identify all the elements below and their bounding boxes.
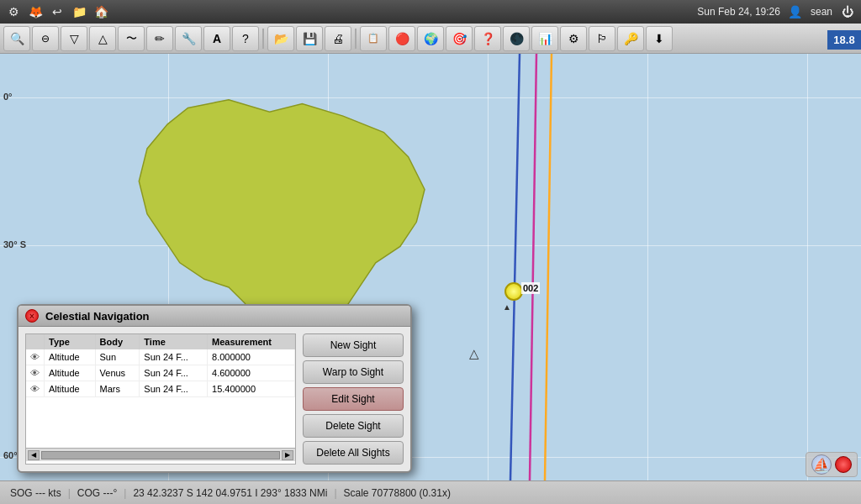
time-1: Sun 24 F... [140,349,208,365]
datetime-label: Sun Feb 24, 19:26 [697,6,780,18]
toolbar-sep-2 [355,29,357,49]
body-2: Venus [95,365,140,381]
col-type [26,334,45,349]
bottom-right-controls: ⛵ [806,452,858,477]
scale-badge: 18.8 [827,30,861,50]
measurement-2: 4.600000 [208,365,295,381]
type-3: Altitude [45,381,96,397]
col-measurement-label: Measurement [208,334,295,349]
delete-sight-button[interactable]: Delete Sight [303,414,404,438]
measurement-1: 8.000000 [208,349,295,365]
scale-display: Scale 70778800 (0.31x) [344,487,451,499]
col-time-label: Time [140,334,208,349]
eye-icon-1: 👁 [26,349,45,365]
toolbar-sep-1 [262,29,264,49]
eye-icon-2: 👁 [26,365,45,381]
filter-btn[interactable]: ▽ [61,26,87,51]
measurement-3: 15.400000 [208,381,295,397]
cog-value: ---° [100,487,117,499]
table-row[interactable]: 👁 Altitude Venus Sun 24 F... 4.600000 [26,365,295,381]
scroll-left-btn[interactable]: ◀ [28,450,40,460]
folder-icon[interactable]: 📁 [71,3,87,20]
body-1: Sun [95,349,140,365]
grid-line-v4 [647,54,648,480]
empty-table-area [26,397,295,448]
back-icon[interactable]: ↩ [49,3,66,20]
compass-icon[interactable]: ⛵ [811,454,832,475]
user-icon[interactable]: 👤 [787,3,804,20]
toolbar: 🔍 ⊖ ▽ △ 〜 ✏ 🔧 A ? 📂 💾 🖨 📋 🔴 🌍 🎯 ❓ 🌑 📊 ⚙ … [0,24,861,54]
pencil-btn[interactable]: ✏ [146,26,173,51]
table-row[interactable]: 👁 Altitude Sun Sun 24 F... 8.000000 [26,349,295,365]
target-btn[interactable]: 🎯 [446,26,473,51]
lat-label-0: 0° [3,92,13,102]
status-bar: SOG --- kts | COG ---° | 23 42.3237 S 14… [0,480,861,504]
save-btn[interactable]: 💾 [296,26,323,51]
celestial-navigation-dialog: × Celestial Navigation Type Body Time Me… [17,304,412,473]
help-btn[interactable]: ? [232,26,259,51]
col-body-label: Body [95,334,140,349]
sog-label: SOG [10,487,33,499]
measure-btn[interactable]: △ [89,26,116,51]
sights-table: Type Body Time Measurement 👁 Altitude Su… [26,334,295,397]
wrench-btn[interactable]: 🔧 [175,26,202,51]
home-icon[interactable]: 🏠 [92,3,109,20]
svg-line-2 [545,54,552,480]
scroll-thumb[interactable] [41,451,280,459]
route2-btn[interactable]: 🔴 [388,26,415,51]
svg-line-0 [510,54,520,480]
chart-btn[interactable]: 📋 [360,26,387,51]
buttons-panel: New Sight Warp to Sight Edit Sight Delet… [303,333,404,465]
triangle-marker-2: ▲ [503,302,511,312]
horizontal-scrollbar[interactable]: ◀ ▶ [26,448,295,461]
delete-all-sights-button[interactable]: Delete All Sights [303,441,404,465]
status-sep-2: | [124,487,126,499]
system-bar: ⚙ 🦊 ↩ 📁 🏠 Sun Feb 24, 19:26 👤 sean ⏻ [0,0,861,24]
new-sight-button[interactable]: New Sight [303,333,404,357]
key-btn[interactable]: 🔑 [617,26,644,51]
dialog-body: Type Body Time Measurement 👁 Altitude Su… [18,327,410,471]
position-display: 23 42.3237 S 142 04.9751 I 293° 1833 NMi [133,487,327,499]
status-sep-1: | [68,487,71,499]
print-btn[interactable]: 🖨 [325,26,351,51]
scroll-right-btn[interactable]: ▶ [282,450,293,460]
system-bar-right: Sun Feb 24, 19:26 👤 sean ⏻ [697,3,856,20]
grid-line-v3 [488,54,489,480]
text-btn[interactable]: A [203,26,230,51]
browser-icon[interactable]: 🦊 [27,3,44,20]
dialog-title-label: Celestial Navigation [45,310,150,323]
app-menu-icon[interactable]: ⚙ [5,3,22,20]
body-3: Mars [95,381,140,397]
system-bar-left: ⚙ 🦊 ↩ 📁 🏠 [5,3,109,20]
lat-label-30s: 30° S [3,239,26,249]
eye-icon-3: 👁 [26,381,45,397]
night-btn[interactable]: 🌑 [503,26,530,51]
flag-btn[interactable]: 🏳 [589,26,615,51]
settings-btn[interactable]: ⚙ [560,26,587,51]
type-1: Altitude [45,349,96,365]
power-icon[interactable]: ⏻ [839,3,856,20]
sog-unit: kts [48,487,61,499]
svg-line-1 [530,54,536,480]
route-btn[interactable]: 〜 [118,26,145,51]
sog-value: --- [33,487,49,499]
time-2: Sun 24 F... [140,365,208,381]
col-type-label: Type [45,334,96,349]
open-btn[interactable]: 📂 [267,26,294,51]
zoom-out-btn[interactable]: ⊖ [32,26,59,51]
edit-sight-button[interactable]: Edit Sight [303,387,404,411]
help2-btn[interactable]: ❓ [474,26,501,51]
stats-btn[interactable]: 📊 [531,26,558,51]
cog-label: COG [77,487,100,499]
map-area[interactable]: 0° 30° S 60° S 002 △ ▲ × Celestial Navig… [0,54,861,480]
table-row[interactable]: 👁 Altitude Mars Sun 24 F... 15.400000 [26,381,295,397]
triangle-marker-1: △ [469,346,479,361]
globe-btn[interactable]: 🌍 [417,26,444,51]
warp-to-sight-button[interactable]: Warp to Sight [303,360,404,384]
sights-panel: Type Body Time Measurement 👁 Altitude Su… [25,333,296,465]
zoom-in-btn[interactable]: 🔍 [3,26,30,51]
close-dialog-btn[interactable]: × [25,309,39,323]
course-label: 002 [521,282,540,294]
download-btn[interactable]: ⬇ [646,26,673,51]
record-icon[interactable] [835,456,852,473]
